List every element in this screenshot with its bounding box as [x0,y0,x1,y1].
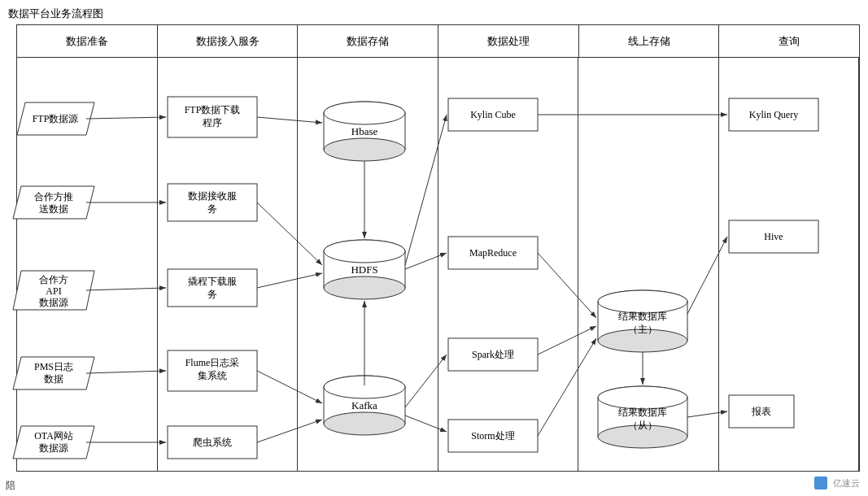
col-header-2: 数据存储 [298,25,438,57]
col-header-0: 数据准备 [17,25,158,57]
col-data-prep [17,58,158,471]
col-data-storage [298,58,438,471]
col-header-5: 查询 [719,25,859,57]
col-data-ingestion [158,58,299,471]
page-title: 数据平台业务流程图 [8,7,103,21]
col-header-4: 线上存储 [579,25,720,57]
col-data-processing [438,58,579,471]
diagram: 数据准备 数据接入服务 数据存储 数据处理 线上存储 查询 FTP数据源 [16,24,860,472]
watermark: 亿速云 [814,476,860,489]
logo-icon [814,476,827,489]
col-header-3: 数据处理 [438,25,579,57]
watermark-text: 亿速云 [833,477,860,489]
col-header-1: 数据接入服务 [158,25,299,57]
col-online-storage [578,58,719,471]
col-query [719,58,860,471]
